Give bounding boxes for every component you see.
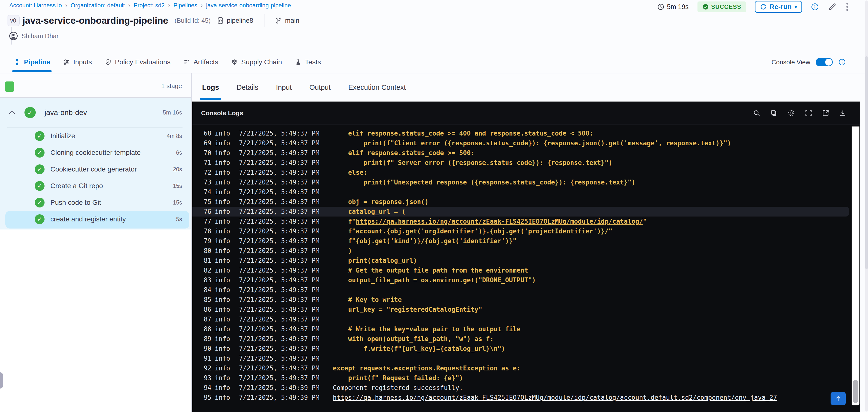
download-icon[interactable]: [839, 109, 846, 117]
step-duration: 15s: [173, 199, 182, 206]
rerun-button[interactable]: Re-run ▾: [755, 1, 802, 13]
main-tab-bar: Pipeline Inputs Policy Evaluations: [0, 52, 868, 73]
log-message: print(f"Unexpected response ({response.s…: [333, 179, 636, 186]
tab-policy-evaluations[interactable]: Policy Evaluations: [105, 58, 170, 66]
log-message: catalog_url = (: [333, 208, 405, 215]
log-message: with open(output_file_path, "w") as f:: [333, 335, 493, 343]
log-message: print(f" Request failed: {e}"): [333, 374, 463, 382]
more-options-kebab-icon[interactable]: [845, 2, 849, 11]
breadcrumb-separator: ›: [65, 2, 67, 9]
search-icon[interactable]: [753, 109, 761, 117]
breadcrumb-organization[interactable]: Organization: default: [71, 2, 125, 9]
log-row: 74info7/21/2025, 5:49:37 PM: [192, 187, 860, 197]
step-duration: 20s: [173, 166, 182, 173]
step-duration: 4m 8s: [166, 133, 182, 139]
tab-pipeline[interactable]: Pipeline: [14, 58, 50, 66]
step-row-create-a-git-repo[interactable]: ✓ Create a Git repo 15s: [0, 178, 191, 194]
console-title: Console Logs: [201, 109, 243, 117]
open-in-new-icon[interactable]: [822, 109, 829, 117]
triggered-by-user: Shibam Dhar: [9, 32, 59, 40]
log-message: # Key to write: [333, 296, 402, 304]
page-scrollbar[interactable]: [865, 0, 868, 412]
log-message: print(catalog_url): [333, 257, 417, 264]
breadcrumb-pipelines[interactable]: Pipelines: [174, 2, 197, 9]
step-row-create-and-register-entity[interactable]: ✓ create and register entity 5s: [0, 211, 191, 227]
step-name: Create a Git repo: [51, 182, 103, 190]
tab-tests[interactable]: Tests: [295, 58, 321, 66]
execution-duration: 5m 19s: [657, 3, 689, 11]
log-message: https://qa.harness.io/ng/account/zEaak-F…: [333, 394, 777, 401]
log-row: 93info7/21/2025, 5:49:37 PM print(f" Req…: [192, 373, 860, 383]
log-link[interactable]: https://qa.harness.io/ng/account/zEaak-F…: [356, 218, 643, 225]
log-row: 86info7/21/2025, 5:49:37 PM url_key = "r…: [192, 305, 860, 314]
log-message: except requests.exceptions.RequestExcept…: [333, 365, 520, 372]
chevron-up-icon[interactable]: [9, 110, 15, 115]
tab-inputs[interactable]: Inputs: [63, 58, 92, 66]
console-scrollbar[interactable]: [851, 126, 860, 405]
chevron-down-icon: ▾: [795, 4, 797, 10]
breadcrumb-separator: ›: [168, 2, 170, 9]
pipeline-title-row: java-service-onboarding-pipeline (Build …: [23, 14, 300, 27]
console-view-info-icon[interactable]: [838, 58, 846, 66]
log-row: 76info7/21/2025, 5:49:37 PM catalog_url …: [192, 207, 849, 217]
log-row: 68info7/21/2025, 5:49:37 PM elif respons…: [192, 128, 860, 138]
step-row-push-code-to-git[interactable]: ✓ Push code to Git 15s: [0, 194, 191, 211]
console-scrollbar-thumb[interactable]: [853, 380, 858, 403]
tab-details[interactable]: Details: [237, 84, 258, 92]
stage-count-label: 1 stage: [161, 82, 182, 90]
tab-logs[interactable]: Logs: [202, 84, 219, 92]
console-header: Console Logs: [192, 101, 860, 125]
log-row: 84info7/21/2025, 5:49:37 PM: [192, 285, 860, 295]
execution-header-actions: 5m 19s SUCCESS Re-run ▾: [657, 1, 849, 13]
stage-row-java-onb-dev[interactable]: ✓ java-onb-dev 5m 16s: [0, 98, 191, 127]
breadcrumb-project[interactable]: Project: sd2: [133, 2, 165, 9]
log-row: 82info7/21/2025, 5:49:37 PM # Get the ou…: [192, 265, 860, 275]
log-message: f"account.{obj.get('orgIdentifier')}.{ob…: [333, 227, 612, 235]
supply-chain-icon: [231, 59, 238, 66]
tab-output[interactable]: Output: [309, 84, 331, 92]
log-row: 91info7/21/2025, 5:49:37 PM: [192, 353, 860, 363]
tab-artifacts[interactable]: Artifacts: [183, 58, 218, 66]
edit-pencil-icon[interactable]: [828, 2, 837, 11]
branch-label[interactable]: main: [275, 17, 300, 25]
log-row: 90info7/21/2025, 5:49:37 PM f.write(f"{u…: [192, 344, 860, 353]
console-logs-panel: Console Logs: [192, 101, 860, 412]
console-view-control: Console View: [771, 52, 846, 73]
settings-gear-icon[interactable]: [787, 109, 795, 117]
step-name: Cloning cookiecutter template: [51, 149, 141, 157]
step-row-cookiecutter-code-generator[interactable]: ✓ Cookiecutter code generator 20s: [0, 161, 191, 178]
drawer-resize-handle[interactable]: [0, 372, 3, 388]
step-success-check-icon: ✓: [35, 214, 44, 224]
step-name: create and register entity: [51, 215, 126, 223]
breadcrumb-current-pipeline[interactable]: java-service-onboarding-pipeline: [206, 2, 291, 9]
breadcrumb-account[interactable]: Account: Harness.io: [9, 2, 62, 9]
repository-icon: [217, 17, 224, 24]
scroll-to-top-button[interactable]: [831, 392, 846, 405]
stage-success-check-icon: ✓: [25, 107, 36, 118]
tab-supply-chain[interactable]: Supply Chain: [231, 58, 282, 66]
step-detail-tabs: Logs Details Input Output Execution Cont…: [192, 73, 868, 101]
log-message: output_file_path = os.environ.get("DRONE…: [333, 277, 536, 284]
log-message: # Write the key=value pair to the output…: [333, 325, 520, 333]
copy-icon[interactable]: [770, 109, 777, 117]
step-row-cloning-cookiecutter-template[interactable]: ✓ Cloning cookiecutter template 6s: [0, 144, 191, 161]
tab-input[interactable]: Input: [276, 84, 292, 92]
pipeline-tag[interactable]: pipeline8: [217, 17, 253, 25]
inputs-icon: [63, 59, 70, 66]
tab-execution-context[interactable]: Execution Context: [348, 84, 406, 92]
log-message: ): [333, 247, 352, 254]
fullscreen-icon[interactable]: [805, 109, 812, 117]
user-name: Shibam Dhar: [22, 32, 59, 40]
step-success-check-icon: ✓: [35, 198, 44, 208]
step-row-initialize[interactable]: ✓ Initialize 4m 8s: [0, 128, 191, 144]
stage-status-square: [5, 82, 14, 92]
step-success-check-icon: ✓: [35, 164, 44, 174]
page-scrollbar-thumb[interactable]: [865, 56, 868, 269]
log-link[interactable]: https://qa.harness.io/ng/account/zEaak-F…: [333, 394, 777, 401]
log-row: 72info7/21/2025, 5:49:37 PM else:: [192, 167, 860, 178]
build-id-label: (Build Id: 45): [175, 17, 210, 25]
console-view-toggle[interactable]: [816, 58, 833, 66]
info-icon[interactable]: [811, 3, 819, 11]
check-circle-icon: [702, 4, 709, 10]
status-badge: SUCCESS: [698, 1, 746, 12]
